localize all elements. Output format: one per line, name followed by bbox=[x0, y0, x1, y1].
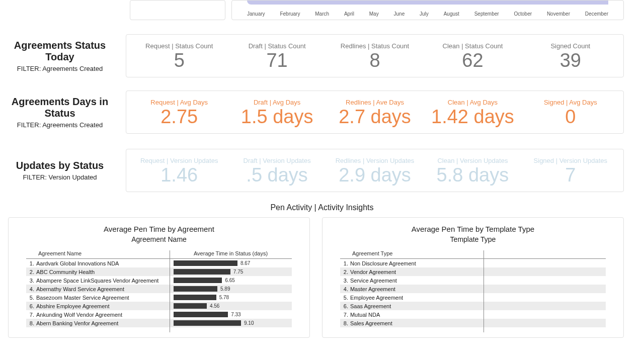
row-index: 6. bbox=[26, 303, 36, 309]
month-label: December bbox=[585, 11, 608, 17]
bar-value: 6.65 bbox=[225, 278, 234, 283]
metric-value: 62 bbox=[424, 51, 521, 70]
metric-label: Request | Avg Days bbox=[130, 99, 228, 106]
table-row: 1.Non Disclosure Agreement bbox=[340, 259, 606, 267]
metric-label: Redlines | Version Updates bbox=[326, 157, 424, 164]
col-header-value: Average Time in Status (days) bbox=[170, 250, 292, 256]
row-index: 3. bbox=[26, 278, 36, 284]
month-label: June bbox=[394, 11, 405, 17]
month-label: April bbox=[344, 11, 354, 17]
row-index: 6. bbox=[340, 303, 350, 309]
table-header-row: Agreement Type bbox=[340, 250, 606, 259]
col-header-name: Agreement Type bbox=[340, 250, 484, 256]
row-name: Abern Banking Venfor Agreement bbox=[36, 320, 170, 326]
table-row: 5.Employee Agreement bbox=[340, 293, 606, 302]
row-name: Mutual NDA bbox=[350, 312, 484, 318]
row-bar-cell: 7.75 bbox=[170, 269, 292, 275]
row-name: Master Agreement bbox=[350, 286, 484, 292]
metric-value: 2.7 days bbox=[326, 107, 424, 126]
table-row: 4.Abernathy Ward Service Agreement5.89 bbox=[26, 285, 292, 293]
table-header-row: Agreement Name Average Time in Status (d… bbox=[26, 250, 292, 259]
row-index: 5. bbox=[340, 295, 350, 301]
row-bar-cell: 7.33 bbox=[170, 312, 292, 317]
row-title: Agreements Status Today bbox=[0, 40, 120, 63]
metrics-card-status-today: Request | Status Count5Draft | Status Co… bbox=[126, 34, 624, 77]
table-row: 8.Sales Agreement bbox=[340, 319, 606, 327]
row-name: Aardvark Global Innovations NDA bbox=[36, 260, 170, 266]
bar-value: 9.10 bbox=[244, 320, 254, 326]
metric: Request | Avg Days2.75 bbox=[130, 99, 228, 126]
bar bbox=[174, 278, 222, 283]
metric-value: 0 bbox=[522, 107, 619, 126]
col-header-value bbox=[484, 250, 606, 256]
metric-label: Clean | Avg Days bbox=[424, 99, 521, 106]
metric: Signed Count39 bbox=[522, 42, 619, 70]
row-bar-cell: 5.89 bbox=[170, 286, 292, 292]
row-index: 7. bbox=[26, 312, 36, 318]
row-name: Employee Agreement bbox=[350, 295, 484, 301]
bar bbox=[174, 295, 216, 300]
row-index: 1. bbox=[26, 260, 36, 266]
table-row: 6.Saas Agreement bbox=[340, 302, 606, 310]
month-label: February bbox=[280, 11, 300, 17]
col-header-name: Agreement Name bbox=[26, 250, 170, 256]
month-label: October bbox=[514, 11, 532, 17]
row-name: Sales Agreement bbox=[350, 320, 484, 326]
table-row: 1.Aardvark Global Innovations NDA8.67 bbox=[26, 259, 292, 267]
bar-value: 8.67 bbox=[240, 260, 250, 266]
table-row: 7.Mutual NDA bbox=[340, 310, 606, 319]
bar-value: 7.75 bbox=[233, 269, 243, 275]
table-divider bbox=[484, 250, 484, 332]
row-filter: FILTER: Version Updated bbox=[0, 173, 120, 181]
metric-value: 2.9 days bbox=[326, 165, 424, 185]
bar bbox=[174, 286, 217, 292]
month-label: January bbox=[247, 11, 265, 17]
metric: Redlines | Ave Days2.7 days bbox=[326, 99, 424, 126]
bar-value: 5.78 bbox=[219, 295, 229, 300]
metric: Signed | Avg Days0 bbox=[522, 99, 619, 126]
row-name: ABC Community Health bbox=[36, 269, 170, 275]
metric-value: 7 bbox=[522, 165, 619, 185]
metric: Clean | Avg Days1.42 days bbox=[424, 99, 521, 126]
month-label: May bbox=[369, 11, 379, 17]
metric-label: Signed | Version Updates bbox=[522, 157, 619, 164]
metric-value: .5 days bbox=[228, 165, 326, 185]
metric-value: 1.5 days bbox=[228, 107, 326, 126]
row-bar-cell: 9.10 bbox=[170, 320, 292, 326]
row-index: 4. bbox=[26, 286, 36, 292]
row-index: 1. bbox=[340, 260, 350, 266]
card-avg-pen-time-agreement: Average Pen Time by Agreement Agreement … bbox=[8, 217, 310, 338]
row-index: 2. bbox=[26, 269, 36, 275]
bar bbox=[174, 260, 237, 266]
metric-label: Draft | Avg Days bbox=[228, 99, 326, 106]
bar bbox=[174, 269, 230, 275]
metric-value: 71 bbox=[228, 51, 326, 70]
metrics-card-updates-by-status: Request | Version Updates1.46Draft | Ver… bbox=[126, 149, 624, 192]
row-title: Updates by Status bbox=[0, 160, 120, 171]
card-avg-pen-time-template: Average Pen Time by Template Type Templa… bbox=[322, 217, 624, 338]
metric: Clean | Status Count62 bbox=[424, 42, 521, 70]
mini-card-stub bbox=[130, 0, 225, 20]
row-bar-cell: 8.67 bbox=[170, 260, 292, 266]
row-bar-cell: 4.56 bbox=[170, 303, 292, 309]
row-index: 7. bbox=[340, 312, 350, 318]
row-name: Abernathy Ward Service Agreement bbox=[36, 286, 170, 292]
metric: Redlines | Status Count8 bbox=[326, 42, 424, 70]
row-name: Abshire Employee Agreement bbox=[36, 303, 170, 309]
table-title: Average Pen Time by Template Type bbox=[329, 225, 617, 233]
metric: Draft | Version Updates.5 days bbox=[228, 157, 326, 185]
row-label-days-in-status: Agreements Days in Status FILTER: Agreem… bbox=[0, 96, 126, 129]
table-row: 2.Vendor Agreement bbox=[340, 267, 606, 276]
metric-label: Clean | Status Count bbox=[424, 42, 521, 50]
bar-value: 5.89 bbox=[220, 286, 230, 292]
metric-label: Draft | Version Updates bbox=[228, 157, 326, 164]
row-index: 3. bbox=[340, 278, 350, 284]
table-right: Agreement Type 1.Non Disclosure Agreemen… bbox=[340, 250, 606, 327]
bar bbox=[174, 303, 207, 309]
row-index: 5. bbox=[26, 295, 36, 301]
metric-value: 1.46 bbox=[130, 165, 228, 185]
row-name: Basezoom Master Service Agreement bbox=[36, 295, 170, 301]
row-name: Ankunding Wolf Vendor Agreement bbox=[36, 312, 170, 318]
bar bbox=[174, 312, 228, 317]
bar-value: 4.56 bbox=[210, 303, 219, 309]
